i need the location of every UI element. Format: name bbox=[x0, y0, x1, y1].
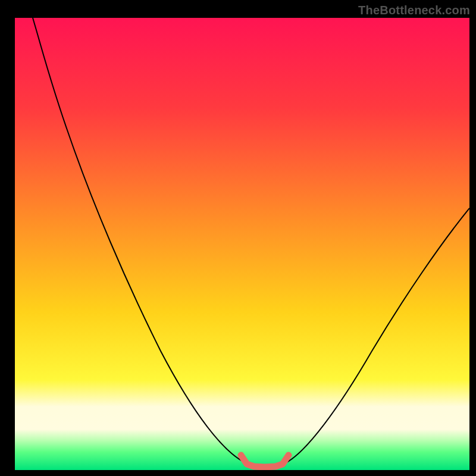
watermark-text: TheBottleneck.com bbox=[358, 4, 470, 17]
chart-svg bbox=[15, 18, 469, 470]
plot-area bbox=[15, 18, 469, 470]
chart-frame: TheBottleneck.com bbox=[0, 0, 476, 476]
gradient-background bbox=[15, 18, 469, 470]
